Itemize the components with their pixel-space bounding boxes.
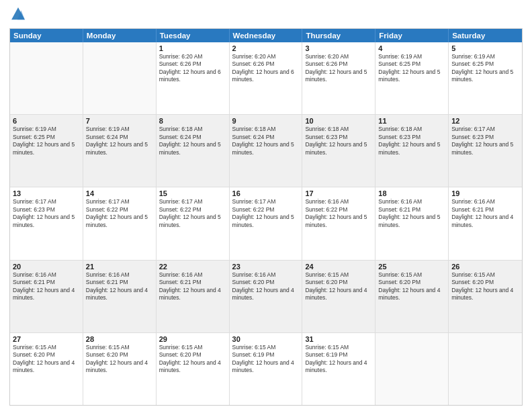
cell-info: Sunrise: 6:19 AM Sunset: 6:25 PM Dayligh… (378, 53, 445, 84)
day-number: 28 (86, 335, 153, 343)
day-number: 4 (378, 44, 445, 52)
cell-info: Sunrise: 6:20 AM Sunset: 6:26 PM Dayligh… (232, 53, 300, 84)
cell-info: Sunrise: 6:17 AM Sunset: 6:22 PM Dayligh… (86, 198, 153, 229)
header-cell-wednesday: Wednesday (230, 29, 303, 42)
cell-info: Sunrise: 6:19 AM Sunset: 6:25 PM Dayligh… (13, 126, 80, 156)
day-number: 2 (232, 44, 300, 52)
day-number: 24 (305, 263, 372, 271)
cell-info: Sunrise: 6:19 AM Sunset: 6:25 PM Dayligh… (451, 53, 519, 84)
calendar-cell (449, 333, 522, 405)
calendar: SundayMondayTuesdayWednesdayThursdayFrid… (9, 28, 523, 406)
calendar-cell: 5Sunrise: 6:19 AM Sunset: 6:25 PM Daylig… (449, 42, 522, 114)
day-number: 30 (232, 335, 300, 343)
day-number: 5 (451, 44, 519, 52)
calendar-cell: 12Sunrise: 6:17 AM Sunset: 6:23 PM Dayli… (449, 115, 522, 187)
cell-info: Sunrise: 6:19 AM Sunset: 6:24 PM Dayligh… (86, 126, 153, 156)
calendar-row-3: 20Sunrise: 6:16 AM Sunset: 6:21 PM Dayli… (10, 260, 522, 332)
day-number: 12 (451, 117, 519, 125)
day-number: 9 (232, 117, 300, 125)
cell-info: Sunrise: 6:16 AM Sunset: 6:21 PM Dayligh… (86, 271, 153, 302)
calendar-header: SundayMondayTuesdayWednesdayThursdayFrid… (10, 29, 522, 42)
calendar-cell (10, 42, 83, 114)
calendar-cell: 3Sunrise: 6:20 AM Sunset: 6:26 PM Daylig… (302, 42, 375, 114)
calendar-row-1: 6Sunrise: 6:19 AM Sunset: 6:25 PM Daylig… (10, 114, 522, 187)
cell-info: Sunrise: 6:16 AM Sunset: 6:21 PM Dayligh… (159, 271, 226, 302)
day-number: 6 (13, 117, 80, 125)
cell-info: Sunrise: 6:17 AM Sunset: 6:23 PM Dayligh… (451, 126, 519, 156)
calendar-cell: 25Sunrise: 6:15 AM Sunset: 6:20 PM Dayli… (375, 261, 449, 332)
day-number: 13 (13, 189, 80, 197)
header-cell-monday: Monday (83, 29, 157, 42)
calendar-cell: 24Sunrise: 6:15 AM Sunset: 6:20 PM Dayli… (302, 261, 375, 332)
day-number: 23 (232, 263, 300, 271)
day-number: 27 (13, 335, 80, 343)
calendar-cell: 8Sunrise: 6:18 AM Sunset: 6:24 PM Daylig… (157, 115, 230, 187)
day-number: 21 (86, 263, 153, 271)
cell-info: Sunrise: 6:15 AM Sunset: 6:20 PM Dayligh… (305, 271, 372, 302)
day-number: 10 (305, 117, 372, 125)
cell-info: Sunrise: 6:20 AM Sunset: 6:26 PM Dayligh… (159, 53, 226, 84)
day-number: 18 (378, 189, 445, 197)
cell-info: Sunrise: 6:15 AM Sunset: 6:20 PM Dayligh… (159, 344, 226, 375)
calendar-cell: 19Sunrise: 6:16 AM Sunset: 6:21 PM Dayli… (449, 187, 522, 259)
cell-info: Sunrise: 6:15 AM Sunset: 6:19 PM Dayligh… (232, 344, 300, 375)
calendar-cell: 26Sunrise: 6:15 AM Sunset: 6:20 PM Dayli… (449, 261, 522, 332)
calendar-row-0: 1Sunrise: 6:20 AM Sunset: 6:26 PM Daylig… (10, 42, 522, 114)
cell-info: Sunrise: 6:15 AM Sunset: 6:20 PM Dayligh… (451, 271, 519, 302)
calendar-cell (83, 42, 157, 114)
calendar-cell: 11Sunrise: 6:18 AM Sunset: 6:23 PM Dayli… (375, 115, 449, 187)
calendar-cell (375, 333, 449, 405)
header-cell-friday: Friday (375, 29, 449, 42)
logo-icon (11, 7, 26, 21)
calendar-cell: 13Sunrise: 6:17 AM Sunset: 6:23 PM Dayli… (10, 187, 83, 259)
day-number: 20 (13, 263, 80, 271)
calendar-cell: 18Sunrise: 6:16 AM Sunset: 6:21 PM Dayli… (375, 187, 449, 259)
calendar-cell: 27Sunrise: 6:15 AM Sunset: 6:20 PM Dayli… (10, 333, 83, 405)
cell-info: Sunrise: 6:18 AM Sunset: 6:23 PM Dayligh… (305, 126, 372, 156)
header-cell-saturday: Saturday (449, 29, 522, 42)
calendar-cell: 6Sunrise: 6:19 AM Sunset: 6:25 PM Daylig… (10, 115, 83, 187)
day-number: 19 (451, 189, 519, 197)
day-number: 8 (159, 117, 226, 125)
cell-info: Sunrise: 6:15 AM Sunset: 6:20 PM Dayligh… (13, 344, 80, 375)
page: SundayMondayTuesdayWednesdayThursdayFrid… (0, 0, 532, 411)
calendar-cell: 31Sunrise: 6:15 AM Sunset: 6:19 PM Dayli… (302, 333, 375, 405)
day-number: 14 (86, 189, 153, 197)
calendar-cell: 22Sunrise: 6:16 AM Sunset: 6:21 PM Dayli… (157, 261, 230, 332)
cell-info: Sunrise: 6:15 AM Sunset: 6:19 PM Dayligh… (305, 344, 372, 375)
logo (9, 7, 28, 24)
calendar-body: 1Sunrise: 6:20 AM Sunset: 6:26 PM Daylig… (10, 42, 522, 405)
calendar-cell: 21Sunrise: 6:16 AM Sunset: 6:21 PM Dayli… (83, 261, 157, 332)
cell-info: Sunrise: 6:16 AM Sunset: 6:21 PM Dayligh… (13, 271, 80, 302)
cell-info: Sunrise: 6:15 AM Sunset: 6:20 PM Dayligh… (378, 271, 445, 302)
cell-info: Sunrise: 6:16 AM Sunset: 6:22 PM Dayligh… (305, 198, 372, 229)
cell-info: Sunrise: 6:15 AM Sunset: 6:20 PM Dayligh… (86, 344, 153, 375)
calendar-cell: 1Sunrise: 6:20 AM Sunset: 6:26 PM Daylig… (157, 42, 230, 114)
calendar-cell: 4Sunrise: 6:19 AM Sunset: 6:25 PM Daylig… (375, 42, 449, 114)
day-number: 31 (305, 335, 372, 343)
cell-info: Sunrise: 6:18 AM Sunset: 6:24 PM Dayligh… (232, 126, 300, 156)
cell-info: Sunrise: 6:16 AM Sunset: 6:20 PM Dayligh… (232, 271, 300, 302)
cell-info: Sunrise: 6:18 AM Sunset: 6:23 PM Dayligh… (378, 126, 445, 156)
day-number: 22 (159, 263, 226, 271)
calendar-row-4: 27Sunrise: 6:15 AM Sunset: 6:20 PM Dayli… (10, 332, 522, 405)
calendar-cell: 14Sunrise: 6:17 AM Sunset: 6:22 PM Dayli… (83, 187, 157, 259)
cell-info: Sunrise: 6:17 AM Sunset: 6:22 PM Dayligh… (159, 198, 226, 229)
calendar-cell: 30Sunrise: 6:15 AM Sunset: 6:19 PM Dayli… (230, 333, 303, 405)
calendar-cell: 2Sunrise: 6:20 AM Sunset: 6:26 PM Daylig… (230, 42, 303, 114)
calendar-cell: 7Sunrise: 6:19 AM Sunset: 6:24 PM Daylig… (83, 115, 157, 187)
cell-info: Sunrise: 6:16 AM Sunset: 6:21 PM Dayligh… (451, 198, 519, 229)
calendar-cell: 28Sunrise: 6:15 AM Sunset: 6:20 PM Dayli… (83, 333, 157, 405)
calendar-cell: 10Sunrise: 6:18 AM Sunset: 6:23 PM Dayli… (302, 115, 375, 187)
cell-info: Sunrise: 6:17 AM Sunset: 6:22 PM Dayligh… (232, 198, 300, 229)
header-cell-tuesday: Tuesday (157, 29, 230, 42)
calendar-cell: 15Sunrise: 6:17 AM Sunset: 6:22 PM Dayli… (157, 187, 230, 259)
day-number: 1 (159, 44, 226, 52)
calendar-cell: 17Sunrise: 6:16 AM Sunset: 6:22 PM Dayli… (302, 187, 375, 259)
day-number: 7 (86, 117, 153, 125)
day-number: 29 (159, 335, 226, 343)
calendar-cell: 20Sunrise: 6:16 AM Sunset: 6:21 PM Dayli… (10, 261, 83, 332)
calendar-cell: 29Sunrise: 6:15 AM Sunset: 6:20 PM Dayli… (157, 333, 230, 405)
calendar-row-2: 13Sunrise: 6:17 AM Sunset: 6:23 PM Dayli… (10, 187, 522, 259)
day-number: 25 (378, 263, 445, 271)
